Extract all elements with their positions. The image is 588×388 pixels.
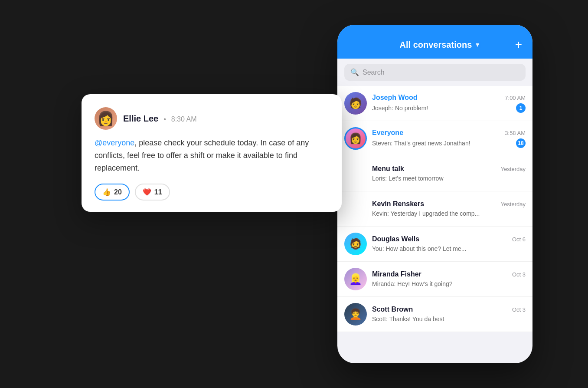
avatar bbox=[344, 197, 367, 220]
conv-top: Miranda Fisher Oct 3 bbox=[372, 270, 526, 278]
avatar bbox=[344, 303, 367, 326]
search-bar: 🔍 Search bbox=[337, 59, 532, 86]
phone-header: All conversations ▼ + bbox=[337, 25, 532, 59]
list-item[interactable]: Scott Brown Oct 3 Scott: Thanks! You da … bbox=[337, 297, 532, 332]
thumbs-emoji: 👍 bbox=[102, 188, 111, 196]
conv-time: Yesterday bbox=[501, 166, 526, 172]
heart-emoji: ❤️ bbox=[143, 188, 151, 196]
header-title: All conversations ▼ bbox=[400, 40, 481, 50]
message-header: Ellie Lee • 8:30 AM bbox=[95, 107, 327, 130]
conv-top: Joseph Wood 7:00 AM bbox=[372, 94, 526, 102]
list-item[interactable]: Everyone 3:58 AM Steven: That's great ne… bbox=[337, 121, 532, 156]
avatar bbox=[344, 233, 367, 255]
conv-preview: Miranda: Hey! How's it going? bbox=[372, 280, 453, 287]
conv-name: Miranda Fisher bbox=[372, 270, 421, 278]
conv-right: 7:00 AM bbox=[505, 95, 526, 101]
conv-preview: Kevin: Yesterday I upgraded the comp... bbox=[372, 210, 480, 217]
sender-info: Ellie Lee • 8:30 AM bbox=[123, 114, 196, 124]
conv-preview: Loris: Let's meet tomorrow bbox=[372, 175, 444, 182]
conv-name: Kevin Renskers bbox=[372, 200, 424, 208]
thumbs-up-reaction[interactable]: 👍 20 bbox=[95, 184, 130, 201]
dot-separator: • bbox=[163, 115, 166, 123]
conv-top: Scott Brown Oct 3 bbox=[372, 306, 526, 313]
avatar bbox=[344, 127, 367, 150]
conv-name: Douglas Wells bbox=[372, 235, 419, 243]
conv-top: Douglas Wells Oct 6 bbox=[372, 235, 526, 243]
message-card: Ellie Lee • 8:30 AM @everyone, please ch… bbox=[82, 94, 342, 212]
unread-badge: 18 bbox=[516, 138, 526, 148]
list-item[interactable]: Miranda Fisher Oct 3 Miranda: Hey! How's… bbox=[337, 262, 532, 297]
conv-name: Everyone bbox=[372, 129, 403, 137]
conversation-list: Joseph Wood 7:00 AM Joseph: No problem! … bbox=[337, 86, 532, 332]
avatar bbox=[344, 162, 367, 185]
avatar bbox=[344, 268, 367, 290]
conv-time: 3:58 AM bbox=[505, 130, 526, 136]
thumbs-count: 20 bbox=[114, 188, 122, 196]
chevron-down-icon: ▼ bbox=[474, 41, 480, 48]
conv-time: Yesterday bbox=[501, 201, 526, 207]
conv-preview: Joseph: No problem! bbox=[372, 105, 428, 112]
heart-count: 11 bbox=[154, 188, 162, 196]
conv-time: 7:00 AM bbox=[505, 95, 526, 101]
mention-tag: @everyone bbox=[95, 138, 134, 147]
phone-frame: All conversations ▼ + 🔍 Search Joseph Wo… bbox=[337, 25, 532, 363]
conv-name: Joseph Wood bbox=[372, 94, 418, 102]
conv-time: Oct 6 bbox=[512, 236, 526, 243]
conv-content: Miranda Fisher Oct 3 Miranda: Hey! How's… bbox=[372, 270, 526, 288]
conv-content: Kevin Renskers Yesterday Kevin: Yesterda… bbox=[372, 200, 526, 217]
conv-top: Menu talk Yesterday bbox=[372, 165, 526, 173]
scene: Ellie Lee • 8:30 AM @everyone, please ch… bbox=[56, 25, 532, 363]
list-item[interactable]: Douglas Wells Oct 6 You: How about this … bbox=[337, 227, 532, 262]
header-title-text: All conversations bbox=[400, 40, 472, 50]
conv-preview: Steven: That's great news Jonathan! bbox=[372, 140, 470, 147]
conv-preview: You: How about this one? Let me... bbox=[372, 245, 466, 252]
list-item[interactable]: Menu talk Yesterday Loris: Let's meet to… bbox=[337, 156, 532, 191]
avatar bbox=[344, 92, 367, 115]
conv-preview: Scott: Thanks! You da best bbox=[372, 316, 444, 322]
conv-top: Everyone 3:58 AM bbox=[372, 129, 526, 137]
new-conversation-button[interactable]: + bbox=[515, 39, 522, 51]
avatar bbox=[95, 107, 117, 130]
conv-content: Everyone 3:58 AM Steven: That's great ne… bbox=[372, 129, 526, 148]
conv-content: Scott Brown Oct 3 Scott: Thanks! You da … bbox=[372, 306, 526, 323]
conv-content: Douglas Wells Oct 6 You: How about this … bbox=[372, 235, 526, 253]
heart-reaction[interactable]: ❤️ 11 bbox=[135, 184, 170, 201]
conv-content: Menu talk Yesterday Loris: Let's meet to… bbox=[372, 165, 526, 182]
search-icon: 🔍 bbox=[350, 68, 359, 76]
conv-name: Scott Brown bbox=[372, 306, 413, 313]
search-input[interactable]: Search bbox=[363, 69, 385, 76]
list-item[interactable]: Joseph Wood 7:00 AM Joseph: No problem! … bbox=[337, 86, 532, 121]
sender-name: Ellie Lee bbox=[123, 114, 158, 124]
list-item[interactable]: Kevin Renskers Yesterday Kevin: Yesterda… bbox=[337, 191, 532, 227]
search-input-wrap[interactable]: 🔍 Search bbox=[344, 64, 526, 81]
conv-time: Oct 3 bbox=[512, 306, 526, 313]
message-time: 8:30 AM bbox=[171, 115, 197, 123]
conv-name: Menu talk bbox=[372, 165, 404, 173]
conv-time: Oct 3 bbox=[512, 271, 526, 278]
reactions: 👍 20 ❤️ 11 bbox=[95, 184, 327, 201]
unread-badge: 1 bbox=[516, 103, 526, 113]
conv-content: Joseph Wood 7:00 AM Joseph: No problem! … bbox=[372, 94, 526, 113]
message-body: @everyone, please check your schedule to… bbox=[95, 137, 327, 174]
conv-top: Kevin Renskers Yesterday bbox=[372, 200, 526, 208]
